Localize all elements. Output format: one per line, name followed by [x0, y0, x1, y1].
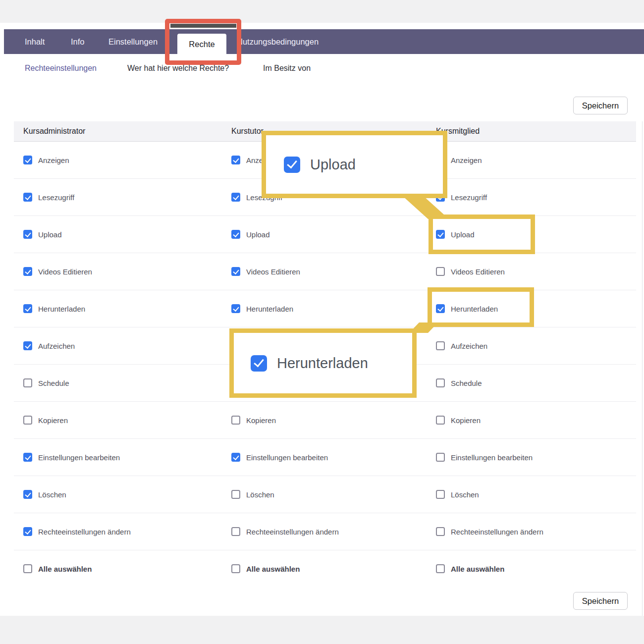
subtab-rechteeinstellungen[interactable]: Rechteeinstellungen	[25, 64, 97, 74]
checkbox-checked[interactable]	[231, 193, 240, 202]
checkbox-checked-icon	[251, 355, 267, 372]
permission-label: Upload	[246, 230, 270, 239]
table-row: KopierenKopierenKopieren	[14, 402, 636, 439]
permission-label: Aufzeichen	[451, 342, 487, 350]
permission-label: Kopieren	[246, 416, 276, 425]
checkbox-unchecked[interactable]	[436, 341, 445, 350]
permission-cell: Kopieren	[436, 402, 481, 438]
red-highlight-annotation	[165, 19, 241, 65]
save-button-top[interactable]: Speichern	[573, 97, 628, 114]
permission-cell: Videos Editieren	[231, 253, 300, 290]
checkbox-unchecked[interactable]	[23, 416, 32, 425]
permission-label: Alle auswählen	[246, 565, 300, 573]
tab-einstellungen[interactable]: Einstellungen	[108, 29, 158, 54]
checkbox-unchecked[interactable]	[23, 378, 32, 387]
checkbox-unchecked[interactable]	[436, 267, 445, 276]
permission-label: Herunterladen	[246, 305, 293, 313]
herunterladen-callout-label: Herunterladen	[277, 355, 368, 372]
permission-cell: Rechteeinstellungen ändern	[23, 513, 131, 550]
permission-label: Lesezugriff	[451, 193, 487, 202]
top-gray-band	[0, 0, 644, 23]
permission-cell: Alle auswählen	[23, 550, 92, 587]
permission-cell: Einstellungen bearbeiten	[231, 439, 328, 476]
column-header: Kurstutor	[231, 121, 264, 141]
checkbox-unchecked[interactable]	[231, 416, 240, 425]
subtab-im-besitz-von[interactable]: Im Besitz von	[263, 64, 311, 74]
table-row: Einstellungen bearbeitenEinstellungen be…	[14, 439, 636, 476]
checkbox-checked[interactable]	[23, 304, 32, 313]
permission-cell: Rechteeinstellungen ändern	[436, 513, 543, 550]
checkbox-unchecked[interactable]	[231, 490, 240, 499]
permission-label: Lesezugriff	[38, 193, 74, 202]
permission-label: Anzeigen	[451, 156, 482, 164]
tab-nutzungsbedingungen[interactable]: Nutzungsbedingungen	[237, 29, 319, 54]
checkbox-checked[interactable]	[23, 267, 32, 276]
checkbox-checked-icon	[284, 157, 300, 173]
checkbox-checked[interactable]	[231, 267, 240, 276]
permission-cell: Kopieren	[231, 402, 276, 438]
checkbox-checked[interactable]	[23, 193, 32, 202]
checkbox-unchecked[interactable]	[231, 564, 240, 573]
checkbox-unchecked[interactable]	[436, 564, 445, 573]
permission-cell: Upload	[231, 216, 270, 253]
tab-info[interactable]: Info	[71, 29, 85, 54]
column-header: Kursadministrator	[23, 121, 85, 141]
page: Inhalt Info Einstellungen Rechte Nutzung…	[0, 0, 644, 644]
checkbox-checked[interactable]	[23, 490, 32, 499]
permission-label: Schedule	[38, 379, 69, 387]
upload-zoom-callout: Upload	[262, 131, 447, 198]
checkbox-checked[interactable]	[231, 156, 240, 164]
permission-cell: Videos Editieren	[23, 253, 92, 290]
permission-label: Videos Editieren	[451, 268, 505, 276]
checkbox-checked[interactable]	[23, 453, 32, 462]
permission-label: Löschen	[38, 490, 66, 499]
permission-cell: Aufzeichen	[23, 327, 75, 364]
permission-label: Upload	[38, 230, 62, 239]
permission-cell: Schedule	[436, 365, 482, 401]
checkbox-unchecked[interactable]	[23, 564, 32, 573]
save-button-bottom[interactable]: Speichern	[573, 592, 628, 610]
checkbox-unchecked[interactable]	[436, 378, 445, 387]
checkbox-unchecked[interactable]	[231, 527, 240, 536]
permission-cell: Löschen	[436, 476, 479, 513]
table-row: Videos EditierenVideos EditierenVideos E…	[14, 253, 636, 290]
permission-label: Anzeigen	[38, 156, 69, 164]
table-row: LöschenLöschenLöschen	[14, 476, 636, 513]
checkbox-unchecked[interactable]	[436, 453, 445, 462]
permission-label: Kopieren	[38, 416, 68, 425]
table-row: Rechteeinstellungen ändernRechteeinstell…	[14, 513, 636, 550]
checkbox-checked[interactable]	[23, 341, 32, 350]
permission-cell: Einstellungen bearbeiten	[23, 439, 120, 476]
checkbox-checked[interactable]	[23, 230, 32, 239]
checkbox-unchecked[interactable]	[436, 490, 445, 499]
checkbox-checked[interactable]	[23, 527, 32, 536]
permission-label: Einstellungen bearbeiten	[451, 453, 533, 462]
checkbox-checked[interactable]	[231, 230, 240, 239]
permission-label: Rechteeinstellungen ändern	[451, 528, 543, 536]
upload-callout-label: Upload	[310, 157, 356, 173]
permission-cell: Alle auswählen	[231, 550, 300, 587]
permission-cell: Alle auswählen	[436, 550, 504, 587]
permission-label: Rechteeinstellungen ändern	[246, 528, 339, 536]
checkbox-checked[interactable]	[231, 304, 240, 313]
permission-label: Videos Editieren	[246, 268, 300, 276]
tab-inhalt[interactable]: Inhalt	[25, 29, 45, 54]
table-row: HerunterladenHerunterladenHerunterladen	[14, 290, 636, 327]
table-row: UploadUploadUpload	[14, 216, 636, 253]
permission-label: Herunterladen	[38, 305, 85, 313]
permission-label: Alle auswählen	[38, 565, 92, 573]
checkbox-unchecked[interactable]	[436, 416, 445, 425]
permission-cell: Herunterladen	[23, 290, 85, 327]
permission-label: Einstellungen bearbeiten	[38, 453, 120, 462]
table-row: Alle auswählenAlle auswählenAlle auswähl…	[14, 550, 636, 587]
subtab-wer-hat-rechte[interactable]: Wer hat hier welche Rechte?	[127, 64, 229, 74]
permission-cell: Löschen	[231, 476, 274, 513]
permission-label: Alle auswählen	[451, 565, 504, 573]
checkbox-checked[interactable]	[23, 156, 32, 164]
permission-cell: Anzeigen	[23, 142, 69, 178]
checkbox-checked[interactable]	[231, 453, 240, 462]
permission-label: Löschen	[246, 490, 274, 499]
permission-cell: Herunterladen	[231, 290, 293, 327]
permission-cell: Schedule	[23, 365, 69, 401]
checkbox-unchecked[interactable]	[436, 527, 445, 536]
